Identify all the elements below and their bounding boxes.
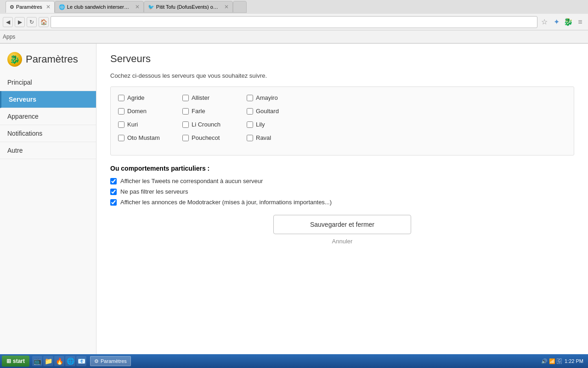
bookmarks-bar: Apps bbox=[0, 30, 588, 43]
behavior-tweets-label: Afficher les Tweets ne correspondant à a… bbox=[120, 178, 263, 184]
tab-label: Le club sandwich interserve... bbox=[67, 4, 131, 10]
taskbar: ⊞ start 📺 📁 🔥 🌐 📧 ⚙ Paramètres 🔊 📶 🇬 1:2… bbox=[0, 354, 588, 355]
bookmark-icon[interactable]: ☆ bbox=[539, 17, 549, 27]
server-checkbox-allister[interactable] bbox=[182, 95, 189, 101]
menu-icon[interactable]: ≡ bbox=[575, 17, 585, 27]
server-item-farle[interactable]: Farle bbox=[182, 108, 237, 115]
tab-label: Pitit Tofu (DofusEvents) on ... bbox=[156, 4, 220, 10]
server-item-pouchecot[interactable]: Pouchecot bbox=[182, 134, 237, 141]
server-checkbox-kuri[interactable] bbox=[118, 121, 124, 128]
behavior-filter[interactable]: Ne pas filtrer les serveurs bbox=[110, 188, 574, 195]
server-label-domen: Domen bbox=[127, 108, 147, 115]
server-label-licrounch: Li Crounch bbox=[192, 121, 220, 128]
cancel-link[interactable]: Annuler bbox=[110, 238, 574, 245]
server-checkbox-goultard[interactable] bbox=[247, 108, 253, 115]
server-checkbox-amayiro[interactable] bbox=[247, 95, 253, 101]
server-row-4: Oto Mustam Pouchecot Raval bbox=[118, 134, 566, 141]
server-item-lily[interactable]: Lily bbox=[247, 121, 302, 128]
instruction-text: Cochez ci-dessous les serveurs que vous … bbox=[110, 72, 574, 79]
save-button[interactable]: Sauvegarder et fermer bbox=[273, 215, 411, 234]
home-button[interactable]: 🏠 bbox=[39, 17, 49, 27]
server-label-otomustam: Oto Mustam bbox=[127, 134, 160, 141]
behavior-annonces-checkbox[interactable] bbox=[110, 199, 117, 206]
server-label-goultard: Goultard bbox=[256, 108, 279, 115]
server-checkbox-pouchecot[interactable] bbox=[182, 135, 189, 141]
back-button[interactable]: ◀ bbox=[3, 17, 13, 27]
server-label-raval: Raval bbox=[256, 134, 271, 141]
server-checkbox-raval[interactable] bbox=[247, 135, 253, 141]
sidebar-item-autre[interactable]: Autre bbox=[0, 142, 96, 159]
tab-icon: ⚙ bbox=[10, 4, 14, 10]
app-title: Paramètres bbox=[26, 53, 78, 65]
tab-twitter[interactable]: 🐦 Pitit Tofu (DofusEvents) on ... ✕ bbox=[144, 1, 233, 13]
sidebar-item-principal[interactable]: Principal bbox=[0, 74, 96, 91]
browser-chrome: ⚙ Paramètres ✕ 🌐 Le club sandwich inters… bbox=[0, 0, 588, 44]
server-label-amayiro: Amayiro bbox=[256, 94, 278, 101]
tab-close[interactable]: ✕ bbox=[46, 4, 51, 10]
behavior-tweets-checkbox[interactable] bbox=[110, 178, 117, 184]
server-label-agride: Agride bbox=[127, 94, 145, 101]
behavior-filter-label: Ne pas filtrer les serveurs bbox=[120, 188, 188, 195]
server-label-lily: Lily bbox=[256, 121, 265, 128]
server-label-pouchecot: Pouchecot bbox=[192, 134, 220, 141]
server-row-3: Kuri Li Crounch Lily bbox=[118, 121, 566, 128]
app-icon: 🐉 bbox=[7, 52, 22, 67]
title-bar: ⚙ Paramètres ✕ 🌐 Le club sandwich inters… bbox=[0, 0, 588, 14]
forward-button[interactable]: ▶ bbox=[15, 17, 25, 27]
server-checkbox-lily[interactable] bbox=[247, 121, 253, 128]
server-label-farle: Farle bbox=[192, 108, 205, 115]
server-label-kuri: Kuri bbox=[127, 121, 138, 128]
server-checkbox-farle[interactable] bbox=[182, 108, 189, 115]
server-row-1: Agride Allister Amayiro bbox=[118, 94, 566, 101]
tab-new[interactable] bbox=[233, 1, 247, 13]
tab-label: Paramètres bbox=[16, 4, 42, 10]
server-checkbox-licrounch[interactable] bbox=[182, 121, 189, 128]
tab-close[interactable]: ✕ bbox=[224, 4, 229, 10]
sidebar-item-serveurs[interactable]: Serveurs bbox=[0, 91, 96, 108]
behavior-annonces-label: Afficher les annonces de Modotracker (mi… bbox=[120, 199, 332, 206]
behavior-annonces[interactable]: Afficher les annonces de Modotracker (mi… bbox=[110, 199, 574, 206]
server-item-agride[interactable]: Agride bbox=[118, 94, 173, 101]
tabs-row: ⚙ Paramètres ✕ 🌐 Le club sandwich inters… bbox=[3, 1, 585, 13]
sidebar: 🐉 Paramètres Principal Serveurs Apparenc… bbox=[0, 44, 96, 355]
apps-label[interactable]: Apps bbox=[3, 34, 15, 40]
tab-sandwich[interactable]: 🌐 Le club sandwich interserve... ✕ bbox=[55, 1, 144, 13]
server-label-allister: Allister bbox=[192, 94, 209, 101]
server-item-otomustam[interactable]: Oto Mustam bbox=[118, 134, 173, 141]
server-row-2: Domen Farle Goultard bbox=[118, 108, 566, 115]
app-header: 🐉 Paramètres bbox=[0, 48, 96, 74]
tab-icon: 🌐 bbox=[59, 4, 65, 10]
server-item-domen[interactable]: Domen bbox=[118, 108, 173, 115]
tab-parametres[interactable]: ⚙ Paramètres ✕ bbox=[6, 1, 55, 13]
server-checkbox-domen[interactable] bbox=[118, 108, 124, 115]
sidebar-item-notifications[interactable]: Notifications bbox=[0, 125, 96, 142]
server-checkbox-agride[interactable] bbox=[118, 95, 124, 101]
tab-icon: 🐦 bbox=[148, 4, 154, 10]
main-content: Serveurs Cochez ci-dessous les serveurs … bbox=[96, 44, 588, 355]
tab-close[interactable]: ✕ bbox=[135, 4, 140, 10]
page-layout: 🐉 Paramètres Principal Serveurs Apparenc… bbox=[0, 44, 588, 355]
server-item-allister[interactable]: Allister bbox=[182, 94, 237, 101]
address-bar[interactable] bbox=[51, 16, 537, 28]
server-item-kuri[interactable]: Kuri bbox=[118, 121, 173, 128]
behavior-tweets[interactable]: Afficher les Tweets ne correspondant à a… bbox=[110, 178, 574, 184]
server-item-amayiro[interactable]: Amayiro bbox=[247, 94, 302, 101]
extension-icon1[interactable]: ✦ bbox=[551, 17, 561, 27]
behaviors-title: Ou comportements particuliers : bbox=[110, 165, 574, 172]
server-checkbox-otomustam[interactable] bbox=[118, 135, 124, 141]
extension-icon2[interactable]: 🐉 bbox=[563, 17, 573, 27]
nav-bar: ◀ ▶ ↻ 🏠 ☆ ✦ 🐉 ≡ bbox=[0, 14, 588, 30]
server-grid: Agride Allister Amayiro Domen bbox=[110, 86, 574, 155]
server-item-raval[interactable]: Raval bbox=[247, 134, 302, 141]
server-item-licrounch[interactable]: Li Crounch bbox=[182, 121, 237, 128]
reload-button[interactable]: ↻ bbox=[27, 17, 37, 27]
sidebar-item-apparence[interactable]: Apparence bbox=[0, 108, 96, 125]
server-item-goultard[interactable]: Goultard bbox=[247, 108, 302, 115]
behavior-filter-checkbox[interactable] bbox=[110, 189, 117, 195]
page-title: Serveurs bbox=[110, 53, 574, 65]
